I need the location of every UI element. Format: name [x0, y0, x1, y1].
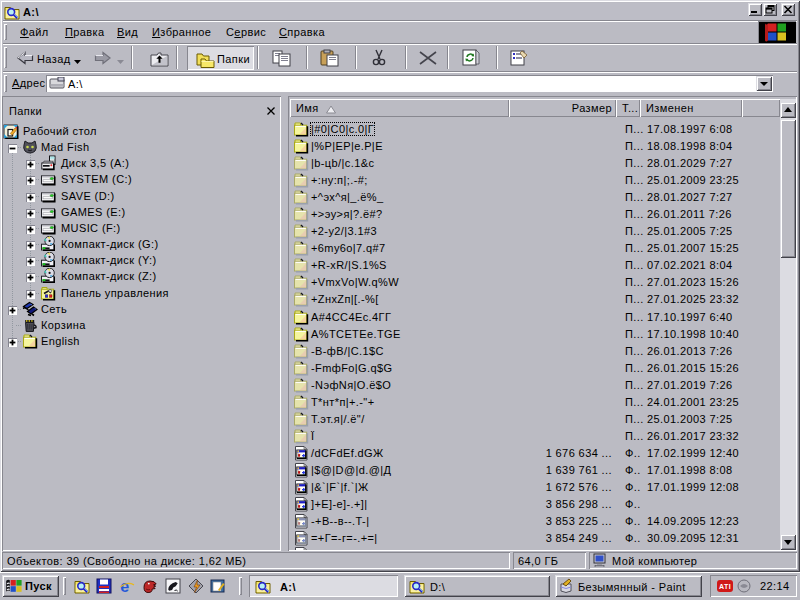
svg-text:ATI: ATI	[719, 583, 731, 590]
